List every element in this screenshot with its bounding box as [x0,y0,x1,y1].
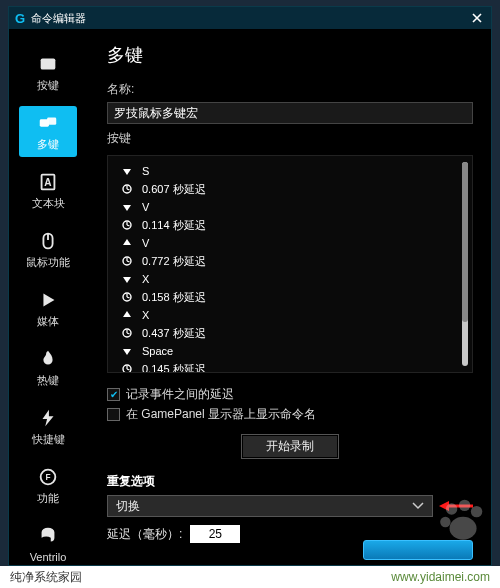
sidebar-item-label: 媒体 [37,315,59,327]
arrow-down-icon [122,166,134,176]
sidebar-item-2[interactable]: A文本块 [19,165,77,216]
svg-point-39 [459,500,470,511]
clock-icon [122,328,134,338]
sidebar-item-5[interactable]: 热键 [19,342,77,393]
scrollbar[interactable] [462,162,468,366]
arrow-down-icon [122,274,134,284]
sidebar-item-7[interactable]: F功能 [19,460,77,511]
watermark-paw-icon [436,496,488,548]
svg-line-22 [127,261,130,262]
scrollbar-thumb[interactable] [462,162,468,322]
keystroke-row[interactable]: S [122,162,448,180]
keystroke-row[interactable]: 0.607 秒延迟 [122,180,448,198]
keystroke-text: 0.607 秒延迟 [142,182,206,197]
command-editor-window: G 命令编辑器 按键多键A文本块鼠标功能媒体热键快捷键F功能Ventrilo 多… [8,6,492,566]
keystroke-row[interactable]: V [122,198,448,216]
svg-marker-7 [43,294,54,307]
clock-icon [122,256,134,266]
arrow-down-icon [122,346,134,356]
sidebar-item-3[interactable]: 鼠标功能 [19,224,77,275]
sidebar-item-label: 热键 [37,374,59,386]
arrow-up-icon [122,238,134,248]
keystroke-text: S [142,165,149,177]
close-button[interactable] [469,10,485,26]
close-icon [472,13,482,23]
macro-name-input[interactable] [107,102,473,124]
sidebar-item-label: 多键 [37,138,59,150]
sidebar-item-4[interactable]: 媒体 [19,283,77,334]
repeat-mode-value: 切换 [116,498,140,515]
svg-line-18 [127,225,130,226]
start-recording-button[interactable]: 开始录制 [241,434,339,459]
sidebar-item-label: 鼠标功能 [26,256,70,268]
keystroke-text: 0.158 秒延迟 [142,290,206,305]
clock-icon [122,292,134,302]
gamepanel-checkbox[interactable] [107,408,120,421]
sidebar-item-label: 快捷键 [32,433,65,445]
svg-point-40 [471,506,482,517]
keystroke-row[interactable]: 0.158 秒延迟 [122,288,448,306]
sidebar-item-label: 按键 [37,79,59,91]
clock-icon [122,184,134,194]
main-panel: 多键 名称: 按键 S0.607 秒延迟V0.114 秒延迟V0.772 秒延迟… [87,29,491,565]
svg-marker-23 [123,277,131,283]
gamepanel-label: 在 GamePanel 显示器上显示命令名 [126,406,316,423]
svg-rect-2 [47,118,56,125]
sidebar-item-0[interactable]: 按键 [19,47,77,98]
keystroke-row[interactable]: X [122,270,448,288]
svg-point-42 [450,517,477,540]
sidebar-item-label: 文本块 [32,197,65,209]
svg-line-14 [127,189,130,190]
keystroke-row[interactable]: 0.772 秒延迟 [122,252,448,270]
svg-point-41 [440,517,450,527]
keystroke-row[interactable]: 0.114 秒延迟 [122,216,448,234]
keystroke-text: V [142,201,149,213]
sidebar-item-6[interactable]: 快捷键 [19,401,77,452]
keystroke-text: 0.114 秒延迟 [142,218,206,233]
svg-marker-11 [123,169,131,175]
keystroke-text: 0.145 秒延迟 [142,362,206,373]
sidebar-item-label: 功能 [37,492,59,504]
repeat-section-label: 重复选项 [107,473,473,490]
chevron-down-icon [412,502,424,510]
keystroke-row[interactable]: 0.437 秒延迟 [122,324,448,342]
sidebar-item-1[interactable]: 多键 [19,106,77,157]
keystroke-text: X [142,273,149,285]
keystroke-row[interactable]: X [122,306,448,324]
keystroke-text: Space [142,345,173,357]
keystroke-list[interactable]: S0.607 秒延迟V0.114 秒延迟V0.772 秒延迟X0.158 秒延迟… [107,155,473,373]
keystroke-row[interactable]: Space [122,342,448,360]
svg-rect-0 [41,59,56,70]
delay-ms-input[interactable] [190,525,240,543]
sidebar: 按键多键A文本块鼠标功能媒体热键快捷键F功能Ventrilo [9,29,87,565]
titlebar: G 命令编辑器 [9,7,491,29]
svg-marker-31 [123,349,131,355]
clock-icon [122,364,134,372]
name-label: 名称: [107,81,473,98]
keystroke-row[interactable]: V [122,234,448,252]
sidebar-item-8[interactable]: Ventrilo [19,519,77,569]
repeat-mode-select[interactable]: 切换 [107,495,433,517]
svg-text:F: F [45,473,50,482]
sidebar-item-label: Ventrilo [30,551,67,563]
svg-marker-15 [123,205,131,211]
window-title: 命令编辑器 [31,11,86,26]
keys-label: 按键 [107,130,473,147]
clock-icon [122,220,134,230]
svg-line-34 [127,369,130,370]
footer-site: www.yidaimei.com [391,570,490,584]
footer-brand: 纯净系统家园 [10,569,82,586]
svg-point-38 [446,503,457,514]
logitech-logo: G [15,11,25,26]
keystroke-text: X [142,309,149,321]
arrow-up-icon [122,310,134,320]
keystroke-row[interactable]: 0.145 秒延迟 [122,360,448,372]
svg-line-30 [127,333,130,334]
footer: 纯净系统家园 www.yidaimei.com [0,566,500,588]
keystroke-text: 0.437 秒延迟 [142,326,206,341]
svg-marker-27 [123,311,131,317]
keystroke-text: V [142,237,149,249]
keystroke-text: 0.772 秒延迟 [142,254,206,269]
record-delay-label: 记录事件之间的延迟 [126,386,234,403]
record-delay-checkbox[interactable] [107,388,120,401]
